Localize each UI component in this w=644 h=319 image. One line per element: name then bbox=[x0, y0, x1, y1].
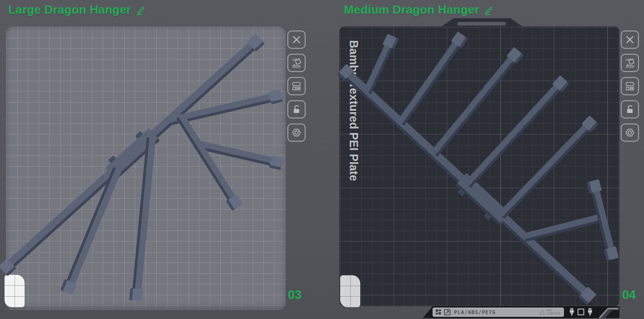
arrange-plate-button[interactable] bbox=[621, 77, 639, 95]
orient-icon: AUTO bbox=[291, 57, 302, 68]
plate-title: Large Dragon Hanger bbox=[8, 3, 131, 17]
plate-strip-icons bbox=[569, 308, 593, 316]
plate-number: 03 bbox=[288, 288, 302, 302]
plate-04-toolbar: AUTO bbox=[621, 31, 639, 142]
qr-icon bbox=[436, 309, 441, 315]
orient-icon: AUTO bbox=[624, 57, 635, 68]
build-plate-04[interactable] bbox=[339, 26, 619, 306]
nozzle-icon bbox=[588, 308, 593, 316]
plate-surface-label: Bambu Textured PEI Plate bbox=[345, 40, 360, 236]
slicer-canvas: Large Dragon Hanger Medium Dragon Hanger… bbox=[0, 0, 644, 319]
arrange-plate-button[interactable] bbox=[287, 77, 306, 95]
plate-04-title-row: Medium Dragon Hanger bbox=[344, 3, 495, 17]
square-icon bbox=[578, 309, 584, 315]
nozzle-icon bbox=[569, 308, 574, 316]
plate-03-toolbar: AUTO bbox=[287, 31, 306, 142]
warning-icon bbox=[540, 310, 545, 315]
arrange-icon bbox=[624, 81, 635, 92]
build-plate-03[interactable] bbox=[6, 26, 286, 310]
plate-handle-tab bbox=[437, 17, 533, 27]
delete-plate-button[interactable] bbox=[287, 31, 306, 49]
lock-plate-button[interactable] bbox=[621, 100, 639, 118]
plate-number: 04 bbox=[622, 288, 636, 302]
plate-bottom-strip: PLA/ABS/PETG HOT SURFACE bbox=[423, 306, 619, 318]
plate-title: Medium Dragon Hanger bbox=[344, 3, 479, 17]
plate-03-title-row: Large Dragon Hanger bbox=[8, 3, 147, 17]
unlock-icon bbox=[624, 104, 635, 115]
close-icon bbox=[291, 34, 302, 45]
delete-plate-button[interactable] bbox=[621, 31, 639, 49]
lock-plate-button[interactable] bbox=[287, 100, 306, 118]
plate-corner-marker bbox=[340, 275, 360, 307]
plate-corner-ramp bbox=[598, 306, 618, 318]
plate-settings-button[interactable] bbox=[287, 123, 306, 142]
materials-text: PLA/ABS/PETG bbox=[454, 309, 496, 315]
auto-orient-button[interactable]: AUTO bbox=[621, 54, 639, 72]
hot-surface-warning: HOT SURFACE bbox=[540, 309, 561, 315]
plate-material-label: PLA/ABS/PETG HOT SURFACE bbox=[433, 308, 564, 317]
plate-corner-marker bbox=[5, 275, 25, 307]
scan-icon bbox=[444, 309, 450, 315]
settings-icon bbox=[291, 127, 302, 138]
plate-settings-button[interactable] bbox=[621, 123, 639, 142]
edit-plate-name-icon[interactable] bbox=[483, 4, 495, 16]
settings-icon bbox=[624, 127, 635, 138]
unlock-icon bbox=[291, 104, 302, 115]
arrange-icon bbox=[291, 81, 302, 92]
auto-orient-button[interactable]: AUTO bbox=[287, 54, 306, 72]
close-icon bbox=[624, 34, 635, 45]
edit-plate-name-icon[interactable] bbox=[135, 4, 147, 16]
